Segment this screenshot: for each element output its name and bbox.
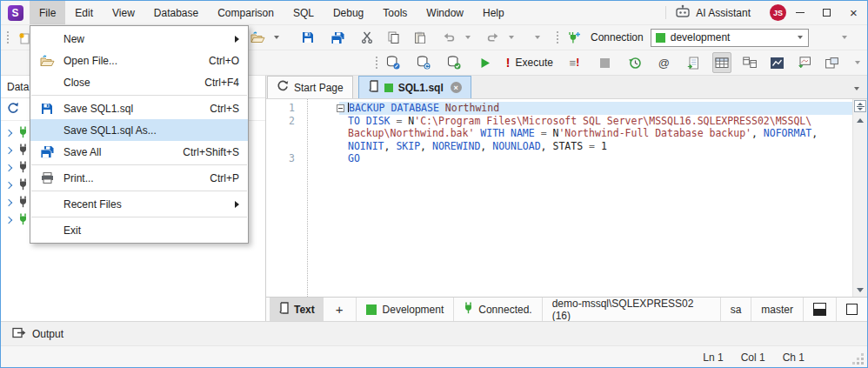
- account-badge[interactable]: JS: [770, 4, 786, 21]
- new-result-tab-button[interactable]: +: [324, 298, 356, 321]
- expand-chevron-icon[interactable]: [5, 164, 12, 171]
- status-cell-connected[interactable]: Connected.: [453, 298, 541, 321]
- output-tab[interactable]: Output: [12, 327, 63, 341]
- menu-sql[interactable]: SQL: [284, 1, 324, 24]
- scroll-down-icon[interactable]: [853, 284, 867, 296]
- status-cell-sa[interactable]: sa: [720, 298, 751, 321]
- open-file-dropdown[interactable]: [267, 27, 286, 48]
- scroll-up-icon[interactable]: [853, 114, 867, 126]
- database-refresh-icon[interactable]: [414, 52, 433, 73]
- status-cell-development[interactable]: Development: [356, 298, 454, 321]
- menu-item-save-sql1-sql-as[interactable]: Save SQL1.sql As...: [30, 119, 248, 141]
- code-token: WITH: [480, 127, 504, 139]
- redo-dropdown[interactable]: [502, 27, 521, 48]
- toolbar1-overflow-dropdown[interactable]: [835, 27, 854, 48]
- execute-to-file-icon[interactable]: ≡!: [564, 52, 584, 73]
- email-at-icon[interactable]: @: [654, 52, 673, 73]
- expand-chevron-icon[interactable]: [5, 182, 12, 189]
- tab-close-icon[interactable]: ×: [451, 82, 462, 93]
- menu-comparison[interactable]: Comparison: [208, 1, 284, 24]
- database-check-icon[interactable]: [444, 52, 464, 73]
- menu-view[interactable]: View: [103, 1, 144, 24]
- code-area[interactable]: BACKUP DATABASE NorthwindTO DISK = N'C:\…: [339, 99, 852, 297]
- menu-item-open-file[interactable]: Open File...Ctrl+O: [30, 50, 248, 71]
- text-view-tab[interactable]: Text: [270, 298, 324, 321]
- status-cell-layout-empty-square[interactable]: [836, 298, 867, 321]
- menu-edit[interactable]: Edit: [65, 1, 103, 24]
- split-grid-icon[interactable]: [740, 52, 759, 73]
- connection-combobox[interactable]: development: [651, 29, 809, 47]
- menu-item-print[interactable]: Print...Ctrl+P: [30, 167, 248, 189]
- stop-icon[interactable]: [596, 52, 615, 73]
- menu-item-recent-files[interactable]: Recent Files: [30, 193, 248, 215]
- toolbar2-overflow-dropdown[interactable]: [848, 52, 867, 73]
- pivot-image-icon[interactable]: [795, 52, 814, 73]
- redo-icon[interactable]: [483, 27, 502, 48]
- open-file-icon[interactable]: [248, 27, 267, 48]
- chart-icon[interactable]: [767, 52, 786, 73]
- menu-tools[interactable]: Tools: [373, 1, 417, 24]
- close-button[interactable]: ×: [840, 1, 867, 24]
- paste-icon[interactable]: [410, 27, 429, 48]
- split-handle-icon[interactable]: [854, 100, 866, 112]
- undo-icon[interactable]: [439, 27, 458, 48]
- maximize-button[interactable]: [813, 1, 840, 24]
- char-indicator: Ch 1: [783, 351, 805, 364]
- fold-collapse-icon[interactable]: [337, 104, 344, 112]
- ai-assistant-button[interactable]: AI Assistant: [696, 7, 751, 19]
- database-edit-icon[interactable]: [384, 52, 403, 73]
- results-grid-toggle[interactable]: [712, 52, 731, 73]
- execute-bang-icon[interactable]: !: [506, 56, 511, 70]
- window-layout-icon[interactable]: [822, 52, 841, 73]
- sql-toolbar-grip[interactable]: [375, 56, 378, 70]
- tab-sql1-sql[interactable]: SQL1.sql×: [358, 76, 471, 98]
- save-all-icon[interactable]: [328, 27, 347, 48]
- sql-file-icon: [368, 80, 378, 95]
- code-token: BACKUP: [349, 102, 385, 114]
- menu-window[interactable]: Window: [417, 1, 473, 24]
- history-icon[interactable]: [625, 52, 644, 73]
- menu-item-save-all[interactable]: Save AllCtrl+Shift+S: [30, 141, 248, 163]
- expand-chevron-icon[interactable]: [5, 199, 12, 206]
- toolbar-grip[interactable]: [6, 30, 10, 44]
- refresh-icon[interactable]: [7, 102, 19, 117]
- expand-chevron-icon[interactable]: [5, 147, 12, 154]
- menu-debug[interactable]: Debug: [324, 1, 373, 24]
- status-cell-demo-mssql-sqlexpress02-16[interactable]: demo-mssql\SQLEXPRESS02 (16): [542, 298, 720, 321]
- export-document-icon[interactable]: [684, 52, 703, 73]
- editor-vscrollbar[interactable]: [852, 99, 867, 297]
- menu-item-label: Exit: [63, 224, 81, 237]
- status-cell-master[interactable]: master: [751, 298, 803, 321]
- menu-item-save-sql1-sql[interactable]: Save SQL1.sqlCtrl+S: [30, 97, 248, 119]
- code-token: [439, 102, 445, 114]
- code-token: Backup\Northwind.bak': [348, 127, 474, 139]
- code-token: =: [541, 127, 547, 139]
- menu-item-close[interactable]: CloseCtrl+F4: [30, 71, 248, 93]
- menu-item-new[interactable]: New: [30, 28, 248, 50]
- minimize-button[interactable]: [786, 1, 813, 24]
- menu-bar: FileEditViewDatabaseComparisonSQLDebugTo…: [30, 1, 514, 24]
- menu-item-label: New: [63, 33, 84, 45]
- expand-chevron-icon[interactable]: [5, 130, 12, 137]
- tab-list-dropdown[interactable]: [854, 87, 859, 90]
- sql-editor[interactable]: 12 3 BACKUP DATABASE NorthwindTO DISK = …: [266, 99, 867, 297]
- cut-icon[interactable]: [357, 27, 377, 48]
- menu-help[interactable]: Help: [473, 1, 514, 24]
- tab-start-page[interactable]: Start Page: [267, 76, 353, 98]
- menu-file[interactable]: File: [30, 1, 65, 24]
- play-icon[interactable]: [476, 52, 495, 73]
- menu-item-exit[interactable]: Exit: [30, 219, 248, 241]
- copy-icon[interactable]: [384, 27, 403, 48]
- overflow-dropdown[interactable]: [528, 27, 547, 48]
- new-connection-icon[interactable]: [564, 27, 584, 48]
- expand-chevron-icon[interactable]: [5, 217, 12, 224]
- undo-dropdown[interactable]: [458, 27, 477, 48]
- execute-button[interactable]: Execute: [516, 57, 553, 69]
- status-cell-layout-half-square[interactable]: [803, 298, 836, 321]
- code-token: =: [589, 140, 595, 152]
- status-cell-label: master: [761, 304, 793, 316]
- save-icon[interactable]: [298, 27, 317, 48]
- menu-database[interactable]: Database: [144, 1, 208, 24]
- toolbar-grip-2[interactable]: [556, 30, 559, 44]
- resize-grip[interactable]: [861, 362, 864, 365]
